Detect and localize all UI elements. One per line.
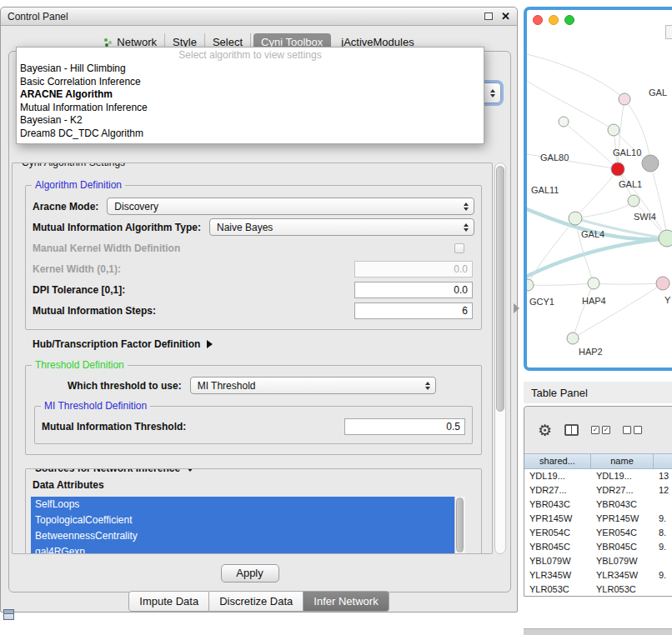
network-node[interactable] — [619, 93, 630, 105]
node-label: HAP4 — [582, 296, 606, 306]
docked-panel-icon[interactable] — [3, 609, 14, 620]
zoom-traffic-light-icon[interactable] — [564, 15, 574, 25]
panel-splitter-handle[interactable] — [514, 303, 519, 313]
column-header[interactable] — [654, 454, 672, 468]
chevron-down-icon — [186, 468, 194, 472]
table-row[interactable]: YER054CYER054C8. — [524, 526, 672, 540]
close-traffic-light-icon[interactable] — [533, 15, 543, 25]
combo-arrows-icon — [462, 202, 470, 211]
columns-icon[interactable] — [564, 424, 579, 436]
attribute-item[interactable]: gal4RGexp — [31, 544, 454, 554]
node-label: Y — [664, 295, 671, 305]
network-node[interactable] — [569, 212, 582, 225]
settings-scrollbar-thumb[interactable] — [496, 166, 504, 412]
manual-kernel-label: Manual Kernel Width Definition — [33, 242, 180, 254]
algorithm-option[interactable]: Bayesian - Hill Climbing — [17, 62, 484, 76]
table-cell: YBR043C — [591, 498, 654, 512]
mi-type-select[interactable]: Naive Bayes — [209, 218, 474, 236]
close-icon[interactable]: ✕ — [501, 11, 510, 22]
select-all-checkboxes-icon[interactable] — [591, 426, 610, 434]
attribute-item[interactable]: BetweennessCentrality — [31, 528, 454, 544]
aracne-mode-select[interactable]: Discovery — [107, 198, 474, 215]
status-strip — [524, 628, 672, 635]
network-node[interactable] — [642, 155, 659, 172]
table-row[interactable]: YDR27...YDR27...12 — [524, 483, 672, 498]
threshold-definition-title: Threshold Definition — [32, 359, 128, 371]
algorithm-placeholder-option[interactable]: Select algorithm to view settings — [17, 48, 484, 62]
sources-collapse-header[interactable]: Sources for Network Inference — [32, 468, 198, 474]
mi-type-row: Mutual Information Algorithm Type: Naive… — [33, 218, 474, 236]
table-row[interactable]: YBR045CYBR045C9. — [524, 540, 672, 554]
checked-box-icon — [602, 426, 610, 434]
table-cell: YLR345W — [524, 568, 591, 582]
network-node[interactable] — [628, 195, 639, 207]
network-node[interactable] — [659, 230, 672, 247]
hub-definition-expander[interactable]: Hub/Transcription Factor Definition — [33, 338, 492, 350]
mi-threshold-input[interactable] — [344, 418, 465, 435]
bottom-tab-infer-network[interactable]: Infer Network — [303, 591, 389, 612]
network-node[interactable] — [559, 117, 569, 127]
manual-kernel-row: Manual Kernel Width Definition — [33, 239, 474, 257]
unchecked-box-icon — [634, 426, 642, 434]
control-panel-window: Control Panel ✕ NetworkStyleSelectCyni T… — [0, 7, 518, 612]
algorithm-option[interactable]: Dream8 DC_TDC Algorithm — [17, 128, 484, 141]
attribute-item[interactable]: TopologicalCoefficient — [31, 512, 454, 528]
algorithm-definition-title: Algorithm Definition — [32, 179, 125, 191]
table-cell: YDL19... — [591, 469, 654, 483]
column-header[interactable]: shared... — [524, 454, 591, 468]
algorithm-option[interactable]: Bayesian - K2 — [17, 114, 484, 128]
minimize-traffic-light-icon[interactable] — [549, 15, 559, 25]
dpi-tolerance-label: DPI Tolerance [0,1]: — [33, 284, 125, 296]
table-row[interactable]: YPR145WYPR145W9. — [524, 512, 672, 526]
table-panel-title: Table Panel — [524, 382, 672, 403]
network-tab-icon — [103, 38, 113, 47]
kernel-width-input — [354, 261, 473, 278]
float-window-icon[interactable] — [484, 12, 493, 20]
network-node[interactable] — [656, 277, 669, 290]
bottom-tab-impute-data[interactable]: Impute Data — [128, 591, 209, 612]
which-threshold-select[interactable]: MI Threshold — [190, 377, 436, 394]
algorithm-option[interactable]: ARACNE Algorithm — [17, 88, 484, 102]
table-cell: YBL079W — [524, 554, 591, 568]
aracne-mode-row: Aracne Mode: Discovery — [33, 198, 474, 215]
apply-button[interactable]: Apply — [221, 564, 279, 582]
gear-icon[interactable]: ⚙ — [538, 422, 552, 438]
table-cell: 8. — [654, 526, 672, 540]
network-node[interactable] — [527, 279, 534, 291]
dpi-tolerance-input[interactable] — [354, 282, 473, 298]
network-node[interactable] — [567, 332, 579, 344]
table-cell: YBR043C — [524, 498, 591, 512]
table-row[interactable]: YLR053CYLR053C — [524, 582, 672, 596]
network-node[interactable] — [611, 162, 624, 176]
column-header[interactable]: name — [591, 454, 654, 468]
list-scrollbar-thumb[interactable] — [456, 498, 464, 552]
table-row[interactable]: YBL079WYBL079W — [524, 554, 672, 568]
mi-type-label: Mutual Information Algorithm Type: — [33, 222, 201, 233]
list-scrollbar[interactable] — [454, 497, 465, 554]
algorithm-definition-group: Algorithm Definition Aracne Mode: Discov… — [25, 185, 482, 330]
table-cell: 9. — [654, 540, 672, 554]
network-node[interactable] — [608, 124, 619, 136]
unchecked-box-icon — [623, 426, 631, 434]
table-cell: YLR053C — [591, 582, 654, 596]
algorithm-option[interactable]: Basic Correlation Inference — [17, 76, 484, 89]
table-row[interactable]: YBR043CYBR043C — [524, 498, 672, 512]
bottom-tab-discretize-data[interactable]: Discretize Data — [209, 591, 303, 612]
network-node[interactable] — [588, 278, 599, 289]
table-cell — [654, 498, 672, 512]
table-header-row: shared...name — [524, 453, 672, 469]
algorithm-popup-list: Bayesian - Hill ClimbingBasic Correlatio… — [17, 62, 484, 140]
mi-steps-label: Mutual Information Steps: — [33, 305, 156, 317]
clear-all-checkboxes-icon[interactable] — [623, 426, 642, 434]
network-canvas[interactable]: GALGAL80GAL10GAL11GAL1SWI4GAL4GCY1HAP4YH… — [527, 28, 672, 371]
node-label: SWI4 — [634, 212, 656, 222]
attribute-item[interactable]: SelfLoops — [31, 497, 454, 512]
algorithm-option[interactable]: Mutual Information Inference — [17, 102, 484, 115]
node-label: HAP2 — [579, 347, 603, 357]
table-row[interactable]: YLR345WYLR345W9. — [524, 568, 672, 582]
mi-threshold-label: Mutual Information Threshold: — [42, 421, 186, 432]
settings-scrollbar[interactable] — [494, 162, 506, 554]
mi-steps-input[interactable] — [354, 302, 473, 319]
table-row[interactable]: YDL19...YDL19...13 — [524, 469, 672, 483]
checked-box-icon — [591, 426, 599, 434]
